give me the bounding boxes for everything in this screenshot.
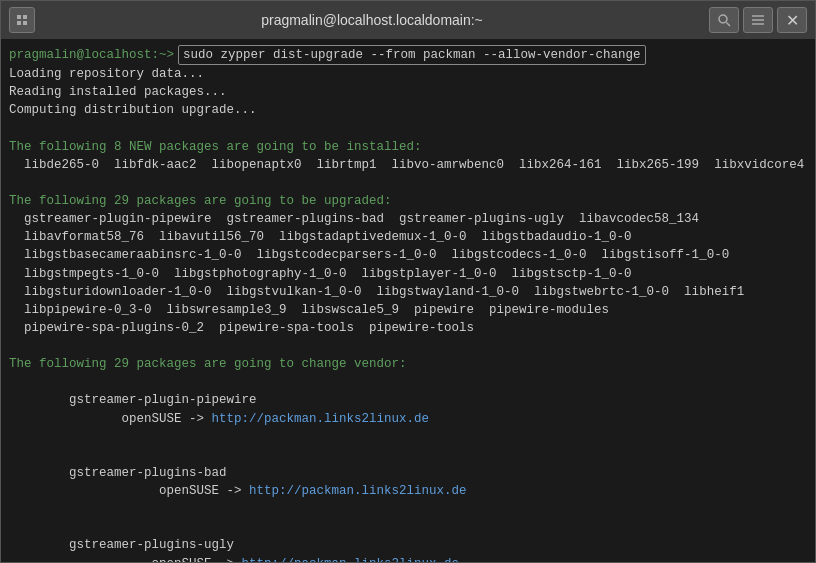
output-line: libgstbasecameraabinsrc-1_0-0 libgstcode… — [9, 246, 807, 264]
svg-rect-1 — [23, 15, 27, 19]
output-line: libavformat58_76 libavutil56_70 libgstad… — [9, 228, 807, 246]
blank-line — [9, 337, 807, 355]
command-text: sudo zypper dist-upgrade --from packman … — [178, 45, 646, 65]
window-title: pragmalin@localhost.localdomain:~ — [35, 12, 709, 28]
title-bar: pragmalin@localhost.localdomain:~ ✕ — [1, 1, 815, 39]
vendor-line: gstreamer-plugin-pipewire openSUSE -> ht… — [9, 373, 807, 446]
search-button[interactable] — [709, 7, 739, 33]
vendor-line: gstreamer-plugins-ugly openSUSE -> http:… — [9, 518, 807, 562]
command-line: pragmalin@localhost:~> sudo zypper dist-… — [9, 45, 807, 65]
new-tab-button[interactable] — [9, 7, 35, 33]
output-line: libgstmpegts-1_0-0 libgstphotography-1_0… — [9, 265, 807, 283]
output-line: libpipewire-0_3-0 libswresample3_9 libsw… — [9, 301, 807, 319]
section-header: The following 8 NEW packages are going t… — [9, 138, 807, 156]
svg-rect-3 — [23, 21, 27, 25]
output-line: gstreamer-plugin-pipewire gstreamer-plug… — [9, 210, 807, 228]
blank-line — [9, 120, 807, 138]
prompt-text: pragmalin@localhost:~> — [9, 46, 174, 64]
output-line: Reading installed packages... — [9, 83, 807, 101]
terminal-window: pragmalin@localhost.localdomain:~ ✕ prag… — [0, 0, 816, 563]
terminal-output: pragmalin@localhost:~> sudo zypper dist-… — [1, 39, 815, 562]
blank-line — [9, 174, 807, 192]
output-line: Computing distribution upgrade... — [9, 101, 807, 119]
svg-rect-2 — [17, 21, 21, 25]
svg-point-4 — [719, 15, 727, 23]
section-header: The following 29 packages are going to b… — [9, 192, 807, 210]
menu-button[interactable] — [743, 7, 773, 33]
close-button[interactable]: ✕ — [777, 7, 807, 33]
output-line: Loading repository data... — [9, 65, 807, 83]
section-header: The following 29 packages are going to c… — [9, 355, 807, 373]
output-line: libde265-0 libfdk-aac2 libopenaptx0 libr… — [9, 156, 807, 174]
vendor-line: gstreamer-plugins-bad openSUSE -> http:/… — [9, 446, 807, 519]
svg-rect-0 — [17, 15, 21, 19]
output-line: pipewire-spa-plugins-0_2 pipewire-spa-to… — [9, 319, 807, 337]
svg-line-5 — [727, 23, 731, 27]
output-line: libgsturidownloader-1_0-0 libgstvulkan-1… — [9, 283, 807, 301]
